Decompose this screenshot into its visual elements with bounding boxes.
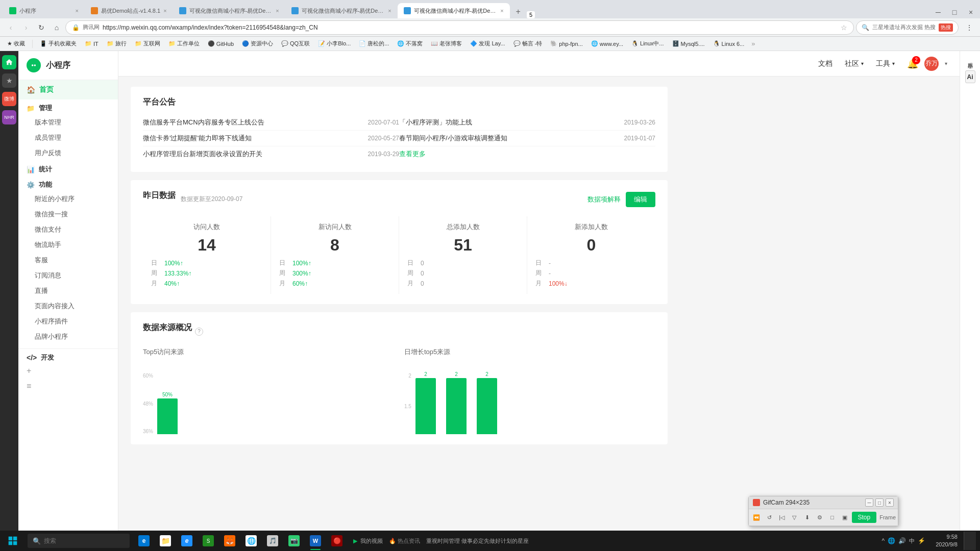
bookmark-qq[interactable]: 💬 QQ互联 — [278, 39, 313, 48]
bookmark-lay[interactable]: 🔷 发现 Lay... — [467, 39, 508, 48]
gifcam-tool-4[interactable]: ▽ — [789, 511, 800, 523]
taskbar-item-8[interactable]: 📷 — [284, 531, 304, 551]
input-method-icon[interactable]: 中 — [909, 537, 915, 545]
bookmark-travel[interactable]: 📁 旅行 — [104, 39, 130, 48]
tab-close-1[interactable]: × — [76, 8, 79, 14]
edit-button[interactable]: 编辑 — [626, 192, 655, 207]
gifcam-tool-2[interactable]: ↺ — [764, 511, 775, 523]
tray-icon-1[interactable]: ^ — [882, 537, 885, 544]
announce-link-3[interactable]: 小程序管理后台新增页面收录设置的开关 — [143, 149, 262, 159]
ai-badge[interactable]: Ai — [965, 70, 975, 83]
bookmark-it[interactable]: 📁 IT — [82, 39, 102, 48]
bookmark-php[interactable]: 🐘 php-fpn... — [547, 39, 585, 48]
sidebar-item-subscribe[interactable]: 订阅消息 — [18, 268, 118, 283]
bookmark-internet[interactable]: 📁 互联网 — [132, 39, 163, 48]
features-group-title[interactable]: ⚙️ 功能 — [27, 180, 110, 189]
announce-link-2[interactable]: 微信卡券'过期提醒'能力即将下线通知 — [143, 134, 252, 143]
gifcam-maximize-button[interactable]: □ — [875, 498, 884, 507]
tab-wechat-1[interactable]: 可视化微信商城小程序-易优Dem... × — [173, 3, 285, 18]
bookmark-mobile[interactable]: 📱 手机收藏夹 — [37, 39, 80, 48]
bookmark-linux6[interactable]: 🐧 Linux 6... — [710, 39, 748, 48]
gifcam-close-button[interactable]: × — [886, 498, 894, 507]
announce-link-5[interactable]: 春节期间小程序/小游戏审核调整通知 — [399, 134, 507, 143]
gifcam-minimize-button[interactable]: ─ — [865, 498, 873, 507]
volume-icon[interactable]: 🔊 — [898, 537, 906, 544]
tab-close-3[interactable]: × — [276, 8, 279, 14]
taskbar-item-5[interactable]: 🦊 — [219, 531, 240, 551]
gifcam-tool-1[interactable]: ⏪ — [751, 511, 763, 523]
tray-icon-5[interactable]: ⚡ — [918, 537, 925, 544]
close-button[interactable]: × — [965, 6, 977, 18]
tab-miniapp[interactable]: 小程序 × — [3, 3, 85, 18]
maximize-button[interactable]: □ — [948, 6, 961, 18]
sidebar-item-logistics[interactable]: 物流助手 — [18, 237, 118, 253]
taskbar-item-4[interactable]: S — [198, 531, 218, 551]
tab-close-5[interactable]: × — [500, 8, 503, 14]
sidebar-item-version[interactable]: 版本管理 — [18, 115, 118, 130]
taskbar-item-7[interactable]: 🎵 — [262, 531, 283, 551]
dock-icon-star[interactable]: ★ — [2, 73, 16, 88]
taskbar-item-10[interactable]: 🔴 — [327, 531, 347, 551]
dock-icon-weibo[interactable]: 微博 — [2, 92, 16, 106]
gifcam-tool-download[interactable]: ⬇ — [801, 511, 813, 523]
dev-group-title[interactable]: </> 开发 — [27, 353, 110, 362]
home-nav-button[interactable]: ⌂ — [50, 21, 63, 34]
bookmark-changyan[interactable]: 💬 畅言 -特 — [510, 39, 546, 48]
gifcam-tool-3[interactable]: |◁ — [776, 511, 788, 523]
nav-community[interactable]: 社区 ▾ — [845, 59, 864, 68]
dock-icon-home[interactable] — [2, 55, 16, 69]
taskbar-item-6[interactable]: 🌐 — [241, 531, 261, 551]
tab-wechat-3[interactable]: 可视化微信商城小程序-易优Demo站... × — [398, 3, 510, 18]
sidebar-item-brand[interactable]: 品牌小程序 — [18, 329, 118, 344]
taskbar-clock[interactable]: 9:58 2020/9/8 — [932, 533, 962, 549]
bookmark-eiyou[interactable]: 🌐 www.ey... — [588, 39, 626, 48]
minimize-button[interactable]: ─ — [932, 6, 944, 18]
bookmark-resource[interactable]: 🔵 资源中心 — [239, 39, 276, 48]
nav-tools[interactable]: 工具 ▾ — [876, 59, 895, 68]
sidebar-item-wechat-pay[interactable]: 微信支付 — [18, 222, 118, 237]
taskbar-search-box[interactable]: 🔍 — [28, 534, 130, 548]
taskbar-search-input[interactable] — [44, 537, 105, 544]
new-tab-button[interactable]: + — [512, 5, 525, 18]
taskbar-item-9[interactable]: W — [305, 531, 326, 551]
show-desktop-button[interactable] — [964, 532, 976, 550]
gifcam-stop-button[interactable]: Stop — [852, 512, 877, 523]
sidebar-item-live[interactable]: 直播 — [18, 283, 118, 298]
address-bar[interactable]: 🔒 腾讯网 https://mp.weixin.qq.com/wxamp/ind… — [65, 20, 854, 35]
dock-icon-special[interactable]: NHR — [2, 110, 16, 124]
add-function-row[interactable]: + — [18, 364, 118, 380]
sidebar-item-home[interactable]: 🏠 首页 — [18, 80, 118, 99]
menu-row[interactable]: ≡ — [18, 380, 118, 395]
bookmark-github[interactable]: ⚫ GitHub — [205, 39, 237, 48]
refresh-button[interactable]: ↻ — [35, 21, 48, 34]
stats-group-title[interactable]: 📊 统计 — [27, 165, 110, 174]
gifcam-tool-6[interactable]: □ — [826, 511, 838, 523]
sidebar-item-members[interactable]: 成员管理 — [18, 130, 118, 145]
dropdown-chevron-icon[interactable]: ▾ — [945, 61, 947, 66]
bookmark-blog1[interactable]: 📝 小李Blo... — [315, 39, 354, 48]
bookmark-linux-cn[interactable]: 🐧 Linux中... — [628, 39, 667, 48]
announce-link-4[interactable]: 「小程序评测」功能上线 — [399, 118, 472, 127]
gifcam-tool-5[interactable]: ⚙ — [814, 511, 825, 523]
bookmark-laozhanng[interactable]: 📖 老张博客 — [428, 39, 465, 48]
taskbar-item-2[interactable]: 📁 — [155, 531, 176, 551]
gifcam-tool-7[interactable]: ▣ — [839, 511, 851, 523]
bookmark-noluowo[interactable]: 🌐 不落窝 — [394, 39, 426, 48]
sidebar-item-wechat-search[interactable]: 微信搜一搜 — [18, 207, 118, 222]
search-box[interactable]: 🔍 三星堆遗址再次发掘 热搜 热搜 — [856, 20, 959, 35]
announce-more-link[interactable]: 查看更多 — [399, 149, 426, 159]
bookmark-star[interactable]: ★ 收藏 — [4, 39, 28, 48]
tab-close-2[interactable]: × — [163, 8, 166, 14]
management-group-title[interactable]: 📁 管理 — [27, 104, 110, 113]
bookmark-blog2[interactable]: 📄 唐松的... — [356, 39, 392, 48]
network-icon[interactable]: 🌐 — [888, 537, 895, 544]
bookmarks-more[interactable]: » — [751, 40, 755, 47]
help-icon[interactable]: ? — [195, 328, 203, 336]
data-explain-link[interactable]: 数据项解释 — [587, 195, 621, 204]
bookmark-star-icon[interactable]: ☆ — [841, 23, 847, 32]
sidebar-item-feedback[interactable]: 用户反馈 — [18, 145, 118, 161]
back-button[interactable]: ‹ — [4, 21, 17, 34]
forward-button[interactable]: › — [19, 21, 33, 34]
sidebar-item-plugin[interactable]: 小程序插件 — [18, 314, 118, 329]
announce-link-1[interactable]: 微信服务平台MCN内容服务专区上线公告 — [143, 118, 264, 127]
